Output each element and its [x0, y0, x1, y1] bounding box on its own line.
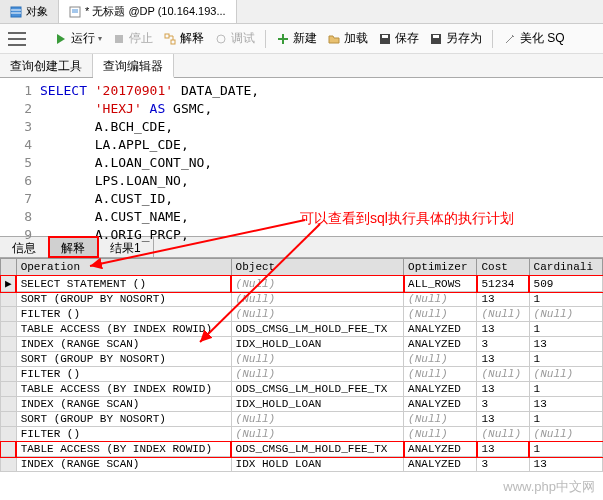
cell[interactable]: TABLE ACCESS (BY INDEX ROWID) [16, 382, 231, 397]
tab-explain-plan[interactable]: 解释 [49, 237, 98, 257]
cell[interactable]: 1 [529, 292, 602, 307]
cell[interactable]: ANALYZED [404, 322, 477, 337]
cell[interactable]: 3 [477, 337, 529, 352]
table-row[interactable]: FILTER ()(Null)(Null)(Null)(Null) [1, 367, 603, 382]
table-row[interactable]: ▶SELECT STATEMENT ()(Null)ALL_ROWS512345… [1, 276, 603, 292]
cell[interactable]: (Null) [231, 292, 403, 307]
stop-button[interactable]: 停止 [108, 28, 157, 49]
table-row[interactable]: TABLE ACCESS (BY INDEX ROWID)ODS_CMSG_LM… [1, 442, 603, 457]
run-button[interactable]: 运行 ▾ [50, 28, 106, 49]
cell[interactable]: ANALYZED [404, 337, 477, 352]
cell[interactable]: ODS_CMSG_LM_HOLD_FEE_TX [231, 322, 403, 337]
cell[interactable]: ▶ [1, 276, 17, 292]
save-as-button[interactable]: 另存为 [425, 28, 486, 49]
table-row[interactable]: SORT (GROUP BY NOSORT)(Null)(Null)131 [1, 352, 603, 367]
cell[interactable]: (Null) [529, 307, 602, 322]
cell[interactable]: ODS_CMSG_LM_HOLD_FEE_TX [231, 442, 403, 457]
cell[interactable]: (Null) [404, 427, 477, 442]
table-row[interactable]: FILTER ()(Null)(Null)(Null)(Null) [1, 427, 603, 442]
cell[interactable]: INDEX (RANGE SCAN) [16, 337, 231, 352]
cell[interactable]: 51234 [477, 276, 529, 292]
cell[interactable]: ODS_CMSG_LM_HOLD_FEE_TX [231, 382, 403, 397]
cell[interactable]: ALL_ROWS [404, 276, 477, 292]
cell[interactable]: TABLE ACCESS (BY INDEX ROWID) [16, 322, 231, 337]
cell[interactable]: ANALYZED [404, 442, 477, 457]
cell[interactable]: 13 [477, 412, 529, 427]
cell[interactable] [1, 457, 17, 472]
cell[interactable]: 13 [529, 337, 602, 352]
cell[interactable] [1, 397, 17, 412]
cell[interactable] [1, 367, 17, 382]
cell[interactable]: (Null) [231, 276, 403, 292]
cell[interactable]: (Null) [404, 412, 477, 427]
explain-button[interactable]: 解释 [159, 28, 208, 49]
cell[interactable]: FILTER () [16, 307, 231, 322]
cell[interactable]: (Null) [477, 427, 529, 442]
col-cost[interactable]: Cost [477, 259, 529, 276]
cell[interactable] [1, 292, 17, 307]
cell[interactable]: (Null) [529, 427, 602, 442]
cell[interactable]: 13 [477, 322, 529, 337]
cell[interactable]: 13 [529, 457, 602, 472]
cell[interactable]: 3 [477, 457, 529, 472]
cell[interactable]: 1 [529, 322, 602, 337]
cell[interactable]: (Null) [404, 367, 477, 382]
cell[interactable]: ANALYZED [404, 397, 477, 412]
col-operation[interactable]: Operation [16, 259, 231, 276]
cell[interactable]: (Null) [477, 307, 529, 322]
tab-objects[interactable]: 对象 [0, 0, 59, 23]
table-row[interactable]: FILTER ()(Null)(Null)(Null)(Null) [1, 307, 603, 322]
cell[interactable]: 1 [529, 352, 602, 367]
col-object[interactable]: Object [231, 259, 403, 276]
beautify-button[interactable]: 美化 SQ [499, 28, 569, 49]
cell[interactable]: IDX_HOLD_LOAN [231, 337, 403, 352]
cell[interactable]: FILTER () [16, 367, 231, 382]
cell[interactable]: SORT (GROUP BY NOSORT) [16, 412, 231, 427]
tab-query-builder[interactable]: 查询创建工具 [0, 54, 93, 77]
cell[interactable]: (Null) [529, 367, 602, 382]
explain-plan-grid[interactable]: Operation Object Optimizer Cost Cardinal… [0, 258, 603, 472]
cell[interactable] [1, 352, 17, 367]
cell[interactable] [1, 427, 17, 442]
table-row[interactable]: TABLE ACCESS (BY INDEX ROWID)ODS_CMSG_LM… [1, 322, 603, 337]
col-optimizer[interactable]: Optimizer [404, 259, 477, 276]
load-button[interactable]: 加载 [323, 28, 372, 49]
table-row[interactable]: INDEX (RANGE SCAN)IDX HOLD LOANANALYZED3… [1, 457, 603, 472]
cell[interactable]: (Null) [404, 307, 477, 322]
cell[interactable]: (Null) [231, 367, 403, 382]
cell[interactable]: TABLE ACCESS (BY INDEX ROWID) [16, 442, 231, 457]
cell[interactable]: (Null) [404, 352, 477, 367]
cell[interactable] [1, 337, 17, 352]
cell[interactable]: 1 [529, 412, 602, 427]
table-row[interactable]: TABLE ACCESS (BY INDEX ROWID)ODS_CMSG_LM… [1, 382, 603, 397]
table-row[interactable]: INDEX (RANGE SCAN)IDX_HOLD_LOANANALYZED3… [1, 397, 603, 412]
cell[interactable]: 1 [529, 442, 602, 457]
cell[interactable] [1, 322, 17, 337]
cell[interactable]: FILTER () [16, 427, 231, 442]
cell[interactable] [1, 307, 17, 322]
cell[interactable]: (Null) [231, 307, 403, 322]
debug-button[interactable]: 调试 [210, 28, 259, 49]
cell[interactable]: (Null) [231, 412, 403, 427]
cell[interactable] [1, 412, 17, 427]
cell[interactable]: 13 [529, 397, 602, 412]
cell[interactable]: 3 [477, 397, 529, 412]
table-row[interactable]: SORT (GROUP BY NOSORT)(Null)(Null)131 [1, 412, 603, 427]
cell[interactable]: SELECT STATEMENT () [16, 276, 231, 292]
save-button[interactable]: 保存 [374, 28, 423, 49]
cell[interactable]: (Null) [231, 352, 403, 367]
col-cardinality[interactable]: Cardinali [529, 259, 602, 276]
cell[interactable]: 13 [477, 292, 529, 307]
sql-text[interactable]: SELECT '20170901' DATA_DATE, 'HEXJ' AS G… [40, 78, 259, 236]
cell[interactable]: (Null) [404, 292, 477, 307]
table-row[interactable]: INDEX (RANGE SCAN)IDX_HOLD_LOANANALYZED3… [1, 337, 603, 352]
cell[interactable]: IDX HOLD LOAN [231, 457, 403, 472]
cell[interactable]: SORT (GROUP BY NOSORT) [16, 352, 231, 367]
cell[interactable]: IDX_HOLD_LOAN [231, 397, 403, 412]
menu-icon[interactable] [8, 32, 26, 46]
cell[interactable]: ANALYZED [404, 382, 477, 397]
new-button[interactable]: 新建 [272, 28, 321, 49]
tab-info[interactable]: 信息 [0, 237, 49, 257]
cell[interactable]: (Null) [477, 367, 529, 382]
cell[interactable] [1, 442, 17, 457]
